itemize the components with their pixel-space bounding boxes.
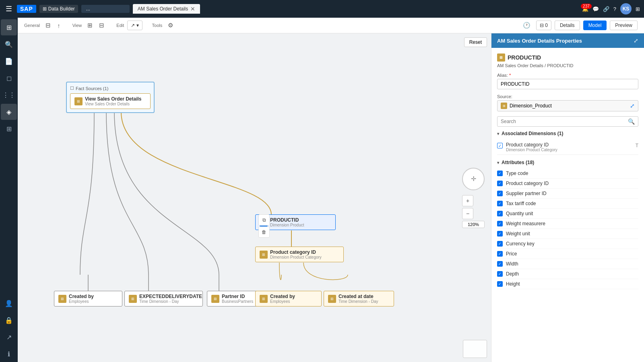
attr-checkbox-9[interactable]: ✓	[497, 261, 503, 267]
counter-btn[interactable]: ⊟ 0	[536, 21, 551, 30]
dim-1-sub: Time Dimension - Day	[139, 299, 202, 304]
active-tab[interactable]: AM Sales Order Details ✕	[133, 4, 200, 14]
tools-btn[interactable]: ⚙	[165, 20, 175, 31]
breadcrumb-link[interactable]: AM Sales Order Details	[497, 63, 543, 68]
sap-logo: SAP	[17, 5, 36, 13]
source-link-icon[interactable]: ⤢	[630, 103, 635, 109]
attr-checkbox-10[interactable]: ✓	[497, 271, 503, 277]
user-avatar[interactable]: KS	[620, 3, 632, 14]
dim-1-title: EXPECTEDDELIVERYDATE	[139, 294, 202, 299]
dim-3-title: Created by	[270, 294, 295, 299]
preview-btn[interactable]: Preview	[610, 21, 638, 30]
associated-dims-header[interactable]: ▾ Associated Dimensions (1)	[497, 131, 638, 136]
attr-checkbox-0[interactable]: ✓	[497, 171, 503, 176]
fact-node-inner[interactable]: ⊞ View Sales Order Details View Sales Or…	[70, 93, 151, 109]
grid-icon[interactable]: ⊞	[636, 6, 640, 12]
dim-checkbox-0[interactable]: ✓	[497, 143, 503, 148]
sidenav-item-search[interactable]: 🔍	[1, 36, 17, 52]
attr-checkbox-11[interactable]: ✓	[497, 281, 503, 287]
dim-item-0: ✓ Product category ID Dimension Product …	[497, 140, 638, 155]
export-btn[interactable]: ↗ ▾	[127, 21, 142, 30]
attr-checkbox-2[interactable]: ✓	[497, 191, 503, 196]
product-category-node[interactable]: ⊞ Product category ID Dimension Product …	[255, 247, 344, 262]
panel-content: ⊞ PRODUCTID AM Sales Order Details / PRO…	[491, 48, 644, 362]
search-input[interactable]	[501, 119, 628, 124]
alias-required: *	[509, 73, 511, 78]
model-btn[interactable]: Model	[583, 21, 607, 30]
alias-input[interactable]	[497, 79, 638, 89]
close-tab-icon[interactable]: ✕	[190, 6, 195, 12]
layout-btn[interactable]: ⊟	[43, 20, 53, 31]
toolbar-general-group: General ⊟ ↑	[24, 20, 63, 31]
canvas-area[interactable]: Reset ✛ + − 120%	[18, 33, 491, 362]
canvas-controls: ✛ + − 120%	[462, 168, 485, 228]
fact-sources-title: ☐ Fact Sources (1)	[70, 86, 151, 91]
dim-item-sub-0: Dimension Product Category	[506, 148, 632, 152]
sidenav-item-security[interactable]: 🔒	[1, 312, 17, 328]
active-tab-label: AM Sales Order Details	[138, 6, 188, 12]
dim-1-icon: ⊞	[129, 295, 137, 303]
panel-section-icon: ⊞	[497, 53, 505, 62]
sidenav-item-home[interactable]: ⊞	[1, 19, 17, 35]
attr-checkbox-8[interactable]: ✓	[497, 251, 503, 257]
sidenav-item-grid[interactable]: ⊞	[1, 121, 17, 137]
dim-node-4[interactable]: ⊞ Created at date Time Dimension - Day	[324, 291, 394, 306]
view-label: View	[72, 23, 82, 28]
breadcrumb-end: PRODUCTID	[547, 63, 573, 68]
sidenav-item-info[interactable]: ℹ	[1, 346, 17, 362]
panel-expand-btn[interactable]: ⤢	[634, 37, 638, 44]
help-icon[interactable]: ?	[613, 6, 616, 12]
details-btn[interactable]: Details	[555, 21, 580, 30]
view-list-btn[interactable]: ⊞	[85, 20, 95, 31]
panel-section-name: PRODUCTID	[508, 54, 541, 61]
search-row[interactable]: 🔍	[497, 116, 638, 127]
sidenav-item-models[interactable]: ◈	[1, 104, 17, 120]
attr-checkbox-6[interactable]: ✓	[497, 231, 503, 237]
sidenav-item-data[interactable]: ⋮⋮	[1, 87, 17, 103]
collapse-icon: ▾	[497, 132, 499, 136]
sidenav-item-packages[interactable]: ◻	[1, 70, 17, 86]
edit-label: Edit	[116, 23, 124, 28]
attr-checkbox-3[interactable]: ✓	[497, 201, 503, 206]
attr-name-11: Height	[506, 281, 520, 287]
dim-node-3[interactable]: ⊞ Created by Employees	[255, 291, 322, 306]
attr-checkbox-4[interactable]: ✓	[497, 211, 503, 216]
attr-name-10: Depth	[506, 271, 519, 277]
attr-checkbox-1[interactable]: ✓	[497, 181, 503, 186]
topbar-right: 🔔 237 💬 🔗 ? KS ⊞	[582, 3, 640, 14]
upload-btn[interactable]: ↑	[55, 21, 63, 31]
sidenav-item-documents[interactable]: 📄	[1, 53, 17, 69]
attr-checkbox-7[interactable]: ✓	[497, 241, 503, 247]
inactive-tab[interactable]: ...	[81, 5, 130, 13]
toolbar-edit-group: Edit ↗ ▾	[116, 21, 142, 30]
zoom-out-btn[interactable]: −	[462, 208, 473, 219]
attr-name-0: Type code	[506, 171, 528, 176]
toolbar: General ⊟ ↑ View ⊞ ⊟ Edit ↗ ▾ Tools ⚙ 🕐 …	[18, 18, 644, 33]
node-copy-btn[interactable]: ⧉	[258, 214, 270, 226]
navigate-circle[interactable]: ✛	[462, 168, 485, 190]
notification-icon[interactable]: 🔔 237	[582, 6, 588, 12]
attr-name-4: Quantity unit	[506, 211, 533, 216]
node-delete-btn[interactable]: 🗑	[258, 226, 270, 238]
menu-icon[interactable]: ☰	[4, 3, 14, 15]
source-icon: ⊞	[501, 103, 507, 109]
view-grid-btn[interactable]: ⊟	[97, 20, 107, 31]
zoom-in-btn[interactable]: +	[462, 195, 473, 206]
sidenav-item-profile[interactable]: 👤	[1, 295, 17, 311]
attr-name-8: Price	[506, 251, 517, 257]
dim-item-action-0[interactable]: T	[636, 143, 638, 148]
app-icon[interactable]: ⊞ Data Builder	[39, 5, 78, 13]
reset-button[interactable]: Reset	[464, 37, 487, 47]
attributes-header[interactable]: ▾ Attributes (18)	[497, 160, 638, 165]
dim-node-1[interactable]: ⊞ EXPECTEDDELIVERYDATE Time Dimension - …	[124, 291, 203, 306]
dim-node-0[interactable]: ⊞ Created by Employees	[54, 291, 122, 306]
clock-btn[interactable]: 🕐	[520, 20, 533, 31]
dim-4-sub: Time Dimension - Day	[339, 299, 378, 304]
sidenav-item-share[interactable]: ↗	[1, 329, 17, 345]
link-icon[interactable]: 🔗	[603, 6, 609, 12]
chat-icon[interactable]: 💬	[592, 6, 599, 12]
main-content: General ⊟ ↑ View ⊞ ⊟ Edit ↗ ▾ Tools ⚙ 🕐 …	[18, 18, 644, 362]
attr-item-7: ✓ Currency key	[497, 239, 638, 249]
attr-checkbox-5[interactable]: ✓	[497, 221, 503, 226]
search-icon: 🔍	[628, 118, 635, 125]
